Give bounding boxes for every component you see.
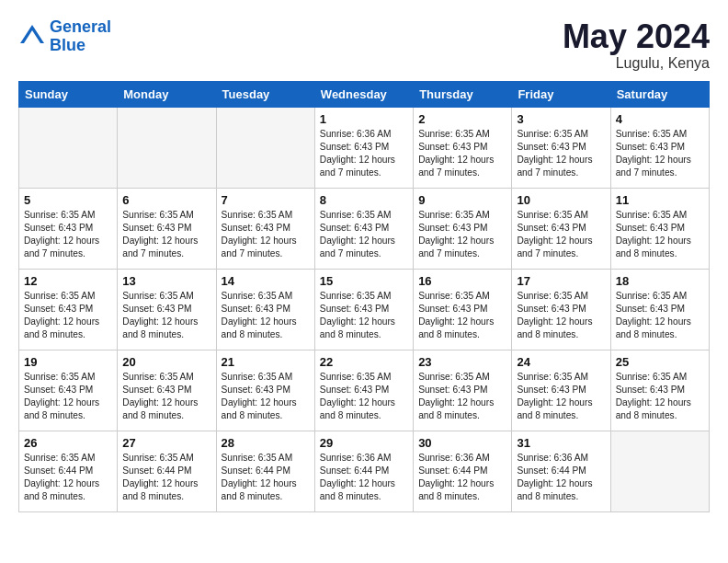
calendar-cell: 7Sunrise: 6:35 AMSunset: 6:43 PMDaylight… (216, 188, 314, 269)
week-row: 1Sunrise: 6:36 AMSunset: 6:43 PMDaylight… (19, 107, 710, 188)
day-number: 9 (418, 193, 506, 207)
day-number: 19 (24, 355, 112, 369)
logo-icon (18, 23, 46, 51)
day-info: Sunrise: 6:35 AMSunset: 6:43 PMDaylight:… (517, 371, 605, 423)
day-info: Sunrise: 6:35 AMSunset: 6:44 PMDaylight:… (122, 452, 210, 504)
day-number: 20 (122, 355, 210, 369)
day-info: Sunrise: 6:35 AMSunset: 6:43 PMDaylight:… (616, 128, 704, 180)
calendar-cell: 14Sunrise: 6:35 AMSunset: 6:43 PMDayligh… (216, 269, 314, 350)
day-number: 5 (24, 193, 112, 207)
calendar-cell (118, 107, 216, 188)
calendar-cell (19, 107, 118, 188)
day-info: Sunrise: 6:35 AMSunset: 6:43 PMDaylight:… (222, 209, 310, 261)
day-number: 29 (320, 436, 408, 450)
calendar-cell: 4Sunrise: 6:35 AMSunset: 6:43 PMDaylight… (610, 107, 709, 188)
calendar-cell: 16Sunrise: 6:35 AMSunset: 6:43 PMDayligh… (414, 269, 512, 350)
day-info: Sunrise: 6:35 AMSunset: 6:43 PMDaylight:… (418, 371, 506, 423)
calendar-cell: 19Sunrise: 6:35 AMSunset: 6:43 PMDayligh… (19, 350, 118, 431)
calendar-cell: 9Sunrise: 6:35 AMSunset: 6:43 PMDaylight… (414, 188, 512, 269)
logo: General Blue (18, 18, 111, 55)
day-number: 13 (122, 274, 210, 288)
day-number: 10 (517, 193, 605, 207)
calendar-table: SundayMondayTuesdayWednesdayThursdayFrid… (18, 81, 710, 512)
day-info: Sunrise: 6:35 AMSunset: 6:43 PMDaylight:… (418, 209, 506, 261)
day-info: Sunrise: 6:35 AMSunset: 6:43 PMDaylight:… (320, 371, 408, 423)
week-row: 26Sunrise: 6:35 AMSunset: 6:44 PMDayligh… (19, 431, 710, 511)
calendar-cell: 23Sunrise: 6:35 AMSunset: 6:43 PMDayligh… (414, 350, 512, 431)
day-number: 26 (24, 436, 112, 450)
day-number: 22 (320, 355, 408, 369)
weekday-header: Saturday (610, 81, 709, 107)
day-number: 7 (222, 193, 310, 207)
calendar-cell (610, 431, 709, 511)
calendar-cell: 12Sunrise: 6:35 AMSunset: 6:43 PMDayligh… (19, 269, 118, 350)
day-info: Sunrise: 6:35 AMSunset: 6:43 PMDaylight:… (222, 290, 310, 342)
day-number: 27 (122, 436, 210, 450)
day-info: Sunrise: 6:35 AMSunset: 6:44 PMDaylight:… (222, 452, 310, 504)
calendar-cell: 22Sunrise: 6:35 AMSunset: 6:43 PMDayligh… (314, 350, 413, 431)
day-info: Sunrise: 6:35 AMSunset: 6:43 PMDaylight:… (122, 371, 210, 423)
day-number: 25 (616, 355, 704, 369)
day-number: 1 (320, 112, 408, 126)
day-number: 23 (418, 355, 506, 369)
calendar-cell: 24Sunrise: 6:35 AMSunset: 6:43 PMDayligh… (512, 350, 610, 431)
day-info: Sunrise: 6:35 AMSunset: 6:44 PMDaylight:… (24, 452, 112, 504)
weekday-header: Monday (118, 81, 216, 107)
day-info: Sunrise: 6:35 AMSunset: 6:43 PMDaylight:… (517, 209, 605, 261)
day-info: Sunrise: 6:35 AMSunset: 6:43 PMDaylight:… (320, 290, 408, 342)
day-number: 6 (122, 193, 210, 207)
day-number: 2 (418, 112, 506, 126)
month-title: May 2024 (563, 18, 710, 55)
day-info: Sunrise: 6:36 AMSunset: 6:43 PMDaylight:… (320, 128, 408, 180)
day-number: 16 (418, 274, 506, 288)
day-info: Sunrise: 6:35 AMSunset: 6:43 PMDaylight:… (616, 290, 704, 342)
day-info: Sunrise: 6:36 AMSunset: 6:44 PMDaylight:… (418, 452, 506, 504)
calendar-cell: 13Sunrise: 6:35 AMSunset: 6:43 PMDayligh… (118, 269, 216, 350)
calendar-cell (216, 107, 314, 188)
day-info: Sunrise: 6:35 AMSunset: 6:43 PMDaylight:… (122, 209, 210, 261)
calendar-cell: 17Sunrise: 6:35 AMSunset: 6:43 PMDayligh… (512, 269, 610, 350)
calendar-cell: 1Sunrise: 6:36 AMSunset: 6:43 PMDaylight… (314, 107, 413, 188)
day-info: Sunrise: 6:35 AMSunset: 6:43 PMDaylight:… (418, 290, 506, 342)
day-info: Sunrise: 6:35 AMSunset: 6:43 PMDaylight:… (616, 371, 704, 423)
day-number: 3 (517, 112, 605, 126)
week-row: 19Sunrise: 6:35 AMSunset: 6:43 PMDayligh… (19, 350, 710, 431)
calendar-cell: 5Sunrise: 6:35 AMSunset: 6:43 PMDaylight… (19, 188, 118, 269)
calendar-cell: 6Sunrise: 6:35 AMSunset: 6:43 PMDaylight… (118, 188, 216, 269)
calendar-cell: 31Sunrise: 6:36 AMSunset: 6:44 PMDayligh… (512, 431, 610, 511)
logo-general: General (50, 17, 111, 36)
day-info: Sunrise: 6:35 AMSunset: 6:43 PMDaylight:… (222, 371, 310, 423)
calendar-cell: 28Sunrise: 6:35 AMSunset: 6:44 PMDayligh… (216, 431, 314, 511)
calendar-cell: 8Sunrise: 6:35 AMSunset: 6:43 PMDaylight… (314, 188, 413, 269)
calendar-cell: 18Sunrise: 6:35 AMSunset: 6:43 PMDayligh… (610, 269, 709, 350)
calendar-cell: 30Sunrise: 6:36 AMSunset: 6:44 PMDayligh… (414, 431, 512, 511)
day-info: Sunrise: 6:36 AMSunset: 6:44 PMDaylight:… (320, 452, 408, 504)
calendar-cell: 29Sunrise: 6:36 AMSunset: 6:44 PMDayligh… (314, 431, 413, 511)
weekday-header-row: SundayMondayTuesdayWednesdayThursdayFrid… (19, 81, 710, 107)
calendar-cell: 20Sunrise: 6:35 AMSunset: 6:43 PMDayligh… (118, 350, 216, 431)
day-number: 24 (517, 355, 605, 369)
week-row: 5Sunrise: 6:35 AMSunset: 6:43 PMDaylight… (19, 188, 710, 269)
day-info: Sunrise: 6:35 AMSunset: 6:43 PMDaylight:… (616, 209, 704, 261)
calendar-cell: 26Sunrise: 6:35 AMSunset: 6:44 PMDayligh… (19, 431, 118, 511)
location: Lugulu, Kenya (563, 55, 710, 72)
calendar-cell: 11Sunrise: 6:35 AMSunset: 6:43 PMDayligh… (610, 188, 709, 269)
day-number: 18 (616, 274, 704, 288)
day-info: Sunrise: 6:35 AMSunset: 6:43 PMDaylight:… (320, 209, 408, 261)
logo-blue: Blue (50, 36, 85, 54)
weekday-header: Friday (512, 81, 610, 107)
day-info: Sunrise: 6:35 AMSunset: 6:43 PMDaylight:… (24, 290, 112, 342)
calendar-cell: 15Sunrise: 6:35 AMSunset: 6:43 PMDayligh… (314, 269, 413, 350)
calendar-cell: 2Sunrise: 6:35 AMSunset: 6:43 PMDaylight… (414, 107, 512, 188)
day-number: 11 (616, 193, 704, 207)
calendar-cell: 21Sunrise: 6:35 AMSunset: 6:43 PMDayligh… (216, 350, 314, 431)
logo-text: General Blue (50, 18, 111, 55)
weekday-header: Wednesday (314, 81, 413, 107)
day-number: 28 (222, 436, 310, 450)
page-header: General Blue May 2024 Lugulu, Kenya (18, 18, 710, 72)
calendar-cell: 25Sunrise: 6:35 AMSunset: 6:43 PMDayligh… (610, 350, 709, 431)
day-number: 8 (320, 193, 408, 207)
day-number: 15 (320, 274, 408, 288)
day-number: 21 (222, 355, 310, 369)
weekday-header: Thursday (414, 81, 512, 107)
